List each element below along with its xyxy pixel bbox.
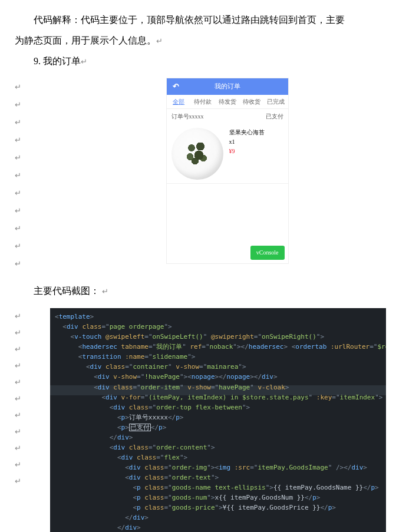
- margin-returns-upper: ↵ ↵ ↵ ↵ ↵ ↵ ↵ ↵ ↵ ↵ ↵: [15, 78, 47, 272]
- phone-header: ↶ 我的订单: [167, 78, 288, 95]
- vconsole-button[interactable]: vConsole: [250, 246, 285, 260]
- margin-returns-lower: ↵ ↵ ↵ ↵ ↵ ↵ ↵ ↵ ↵ ↵ ↵: [15, 308, 47, 490]
- tab-pending-ship[interactable]: 待发货: [215, 97, 239, 107]
- return-icon: ↵: [15, 98, 21, 111]
- return-icon: ↵: [15, 474, 21, 488]
- order-status: 已支付: [266, 111, 283, 122]
- goods-num: x1: [229, 137, 265, 147]
- return-icon: ↵: [102, 287, 108, 296]
- heading-9: 9. 我的订单↵: [15, 53, 404, 70]
- return-icon: ↵: [15, 309, 21, 323]
- order-top: 订单号xxxxx 已支付: [167, 109, 288, 124]
- return-icon: ↵: [81, 57, 87, 66]
- order-image: [171, 128, 223, 180]
- return-icon: ↵: [15, 151, 21, 164]
- phone-title: 我的订单: [215, 81, 240, 92]
- goods-name: 坚果夹心海苔: [229, 128, 265, 137]
- return-icon: ↵: [15, 441, 21, 455]
- return-icon: ↵: [15, 375, 21, 389]
- return-icon: ↵: [15, 326, 21, 339]
- return-icon: ↵: [15, 115, 21, 129]
- phone-frame: ↶ 我的订单 全部 待付款 待发货 待收货 已完成 订单号xxxxx 已支付 坚…: [166, 78, 289, 264]
- return-icon: ↵: [15, 80, 21, 94]
- return-icon: ↵: [15, 342, 21, 356]
- return-icon: ↵: [156, 37, 163, 45]
- code-caption: 主要代码截图： ↵: [15, 283, 404, 300]
- return-icon: ↵: [15, 425, 21, 438]
- return-icon: ↵: [15, 392, 21, 405]
- editor-cursor: 已支付: [129, 424, 151, 431]
- return-icon: ↵: [15, 133, 21, 147]
- phone-tabs: 全部 待付款 待发货 待收货 已完成: [167, 95, 288, 109]
- text: 为静态页面，用于展示个人信息。: [15, 35, 156, 45]
- return-icon: ↵: [15, 257, 21, 270]
- phone-screenshot-figure: ↶ 我的订单 全部 待付款 待发货 待收货 已完成 订单号xxxxx 已支付 坚…: [50, 78, 404, 264]
- tab-all[interactable]: 全部: [167, 97, 191, 107]
- return-icon: ↵: [15, 458, 21, 471]
- order-number: 订单号xxxxx: [171, 111, 204, 122]
- return-icon: ↵: [15, 408, 21, 422]
- tab-pending-pay[interactable]: 待付款: [191, 97, 215, 107]
- order-text: 坚果夹心海苔 x1 ¥9: [229, 128, 265, 180]
- order-body: 坚果夹心海苔 x1 ¥9: [167, 124, 288, 184]
- goods-price: ¥9: [229, 147, 265, 156]
- return-icon: ↵: [15, 168, 21, 182]
- return-icon: ↵: [15, 186, 21, 200]
- return-icon: ↵: [15, 359, 21, 372]
- return-icon: ↵: [15, 239, 21, 253]
- text: 9. 我的订单: [34, 56, 81, 66]
- return-icon: ↵: [15, 204, 21, 217]
- back-icon[interactable]: ↶: [173, 80, 179, 94]
- text: 主要代码截图：: [34, 286, 100, 296]
- return-icon: ↵: [15, 222, 21, 235]
- tab-done[interactable]: 已完成: [263, 97, 288, 107]
- tab-pending-recv[interactable]: 待收货: [239, 97, 263, 107]
- paragraph-line-2: 为静态页面，用于展示个人信息。↵: [15, 32, 404, 49]
- text: 代码解释：代码主要位于，顶部导航依然可以通过路由跳转回到首页，主要: [34, 15, 345, 25]
- seaweed-snack-icon: [183, 139, 212, 168]
- code-screenshot: <template> <div class="page orderpage"> …: [50, 308, 386, 532]
- paragraph-line-1: 代码解释：代码主要位于，顶部导航依然可以通过路由跳转回到首页，主要: [15, 12, 404, 29]
